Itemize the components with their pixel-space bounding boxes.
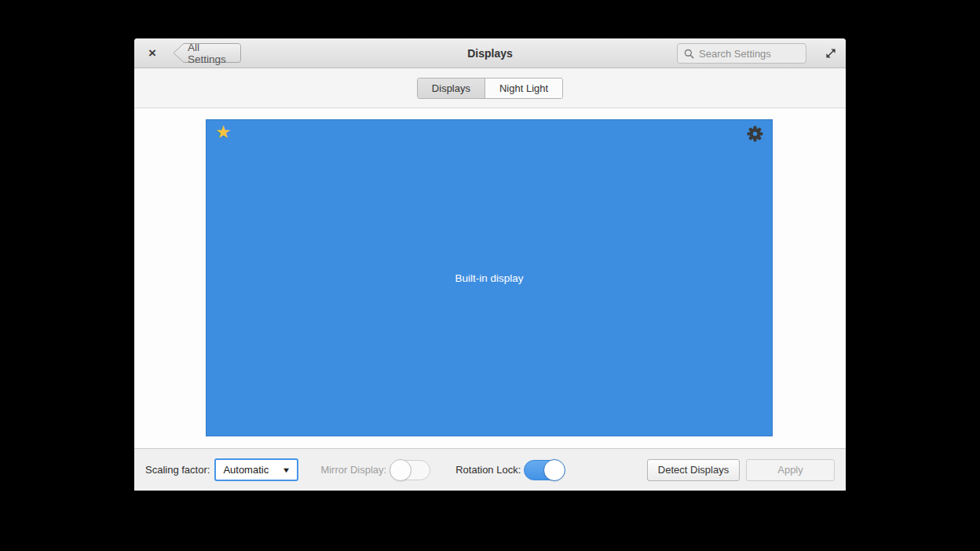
display-name-label: Built-in display [207, 272, 772, 284]
settings-window: × All Settings Displays [134, 38, 846, 491]
scaling-factor-value: Automatic [223, 464, 269, 476]
all-settings-button[interactable]: All Settings [172, 42, 242, 64]
view-switcher: Displays Night Light [417, 78, 563, 99]
tab-displays[interactable]: Displays [418, 78, 485, 98]
tab-night-light[interactable]: Night Light [485, 78, 562, 98]
scaling-factor-dropdown[interactable]: Automatic ▼ [214, 458, 298, 481]
main-area: ★ Built-in display [134, 108, 846, 448]
tabstrip: Displays Night Light [134, 68, 846, 108]
action-bar: Scaling factor: Automatic ▼ Mirror Displ… [134, 448, 846, 491]
mirror-display-label: Mirror Display: [320, 464, 386, 476]
primary-display-star-icon: ★ [215, 122, 232, 143]
display-settings-gear-icon[interactable] [747, 126, 763, 145]
search-input[interactable] [699, 48, 799, 60]
page-title: Displays [467, 47, 513, 60]
search-icon [684, 48, 694, 60]
display-preview[interactable]: ★ Built-in display [206, 119, 773, 436]
mirror-toggle-knob [389, 459, 411, 481]
rotation-lock-toggle-knob [543, 459, 565, 481]
close-button[interactable]: × [144, 46, 161, 60]
dropdown-caret-icon: ▼ [282, 466, 291, 474]
resize-icon [824, 46, 838, 60]
maximize-button[interactable] [824, 46, 838, 60]
rotation-lock-label: Rotation Lock: [455, 464, 521, 476]
headerbar: × All Settings Displays [134, 38, 846, 68]
rotation-lock-toggle[interactable] [524, 460, 565, 480]
all-settings-label: All Settings [188, 42, 237, 64]
mirror-toggle[interactable] [389, 460, 430, 480]
apply-button[interactable]: Apply [746, 459, 835, 481]
detect-displays-button[interactable]: Detect Displays [647, 459, 740, 481]
search-field[interactable] [677, 43, 806, 64]
scaling-factor-label: Scaling factor: [145, 464, 210, 476]
